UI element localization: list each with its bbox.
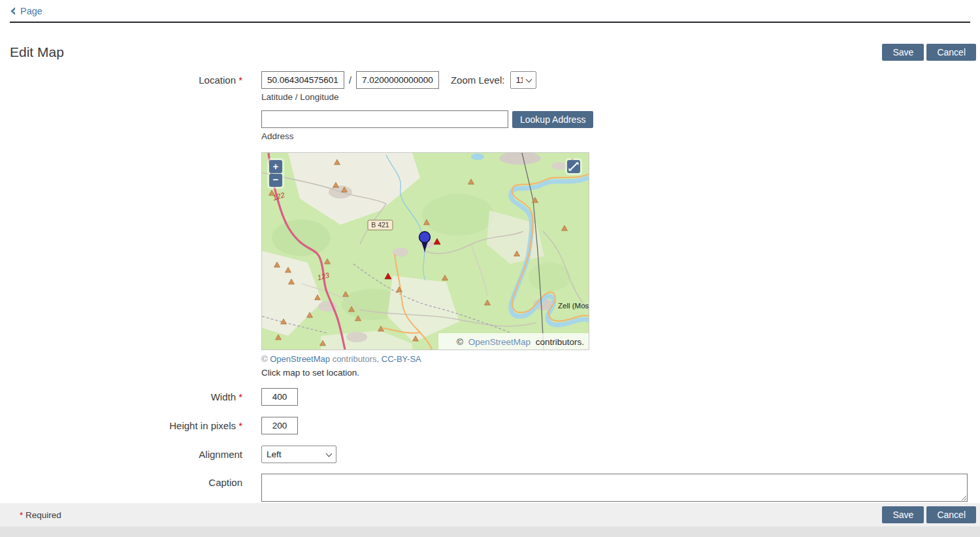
map-block: 122 123 B 421 Zell (Mos	[261, 152, 980, 378]
address-input[interactable]	[261, 110, 508, 128]
svg-text:© OpenStreet: © OpenStreetMap contributors.	[457, 337, 584, 347]
map-expand-button[interactable]	[565, 158, 582, 175]
back-link-label: Page	[20, 6, 42, 16]
map-attribution-overlay: © OpenStreetMap contributors.	[438, 333, 589, 350]
page-title: Edit Map	[10, 44, 64, 60]
map-click-hint: Click map to set location.	[261, 368, 980, 378]
footer-save-button[interactable]: Save	[882, 506, 924, 523]
caption-label: Caption	[10, 474, 261, 491]
map-sub-attribution: © OpenStreetMap contributors, CC-BY-SA	[261, 354, 980, 364]
topbar: Page	[0, 0, 980, 22]
required-note-text: Required	[25, 510, 61, 520]
header: Edit Map Save Cancel	[0, 44, 980, 61]
cc-by-sa-link[interactable]: CC-BY-SA	[382, 354, 421, 364]
cancel-button[interactable]: Cancel	[926, 44, 976, 61]
caption-row: Caption	[10, 474, 980, 504]
address-help: Address	[261, 131, 980, 141]
height-input[interactable]	[261, 417, 298, 434]
svg-text:+: +	[273, 161, 279, 172]
zoom-level-label: Zoom Level:	[451, 74, 505, 86]
width-row: Width *	[10, 388, 980, 406]
zoom-level-select[interactable]: 11	[510, 71, 536, 89]
required-asterisk: *	[20, 510, 23, 520]
osm-link[interactable]: OpenStreetMap	[468, 337, 531, 347]
chevron-left-icon	[10, 7, 16, 15]
alignment-label-text: Alignment	[199, 449, 242, 460]
alignment-select[interactable]: Left	[261, 446, 336, 463]
caption-textarea[interactable]	[261, 474, 968, 502]
alignment-label: Alignment	[10, 446, 261, 463]
page-bottom-strip	[0, 527, 980, 537]
lat-lon-help: Latitude / Longitude	[261, 92, 980, 102]
attribution-suffix: contributors.	[536, 337, 584, 347]
alignment-select-wrap: Left	[261, 446, 336, 463]
required-asterisk: *	[238, 74, 242, 86]
lookup-address-button[interactable]: Lookup Address	[512, 111, 593, 128]
width-label: Width *	[10, 388, 261, 406]
alignment-row: Alignment Left	[10, 446, 980, 463]
width-label-text: Width	[211, 391, 236, 402]
sub-attrib-middle: contributors,	[333, 354, 380, 364]
osm-footer-link[interactable]: OpenStreetMap	[270, 354, 330, 364]
map-canvas: 122 123 B 421 Zell (Mos	[262, 153, 589, 350]
height-label: Height in pixels *	[10, 417, 261, 434]
required-asterisk: *	[238, 420, 242, 431]
required-asterisk: *	[238, 391, 242, 402]
svg-text:B 421: B 421	[371, 221, 389, 229]
height-row: Height in pixels *	[10, 417, 980, 434]
edit-map-form: Location * / Zoom Level: 11 Latitude / L…	[0, 71, 980, 504]
attribution-copyright: ©	[457, 337, 463, 347]
zoom-in-button[interactable]: +	[269, 160, 282, 173]
sub-attrib-copyright: ©	[261, 354, 268, 364]
latitude-input[interactable]	[261, 71, 344, 89]
edit-map-dialog: Page Edit Map Save Cancel Location * / Z…	[0, 0, 980, 537]
topbar-divider	[10, 22, 970, 23]
road-badge-b421: B 421	[368, 220, 393, 230]
width-input[interactable]	[261, 388, 298, 406]
back-to-page-link[interactable]: Page	[10, 6, 42, 16]
required-note: * Required	[20, 510, 61, 520]
map-preview[interactable]: 122 123 B 421 Zell (Mos	[261, 152, 589, 350]
location-label: Location *	[10, 71, 261, 89]
caption-label-text: Caption	[208, 477, 242, 488]
svg-text:−: −	[273, 174, 279, 185]
footer-cancel-button[interactable]: Cancel	[926, 506, 976, 523]
height-label-text: Height in pixels	[169, 420, 236, 431]
longitude-input[interactable]	[356, 71, 439, 89]
zoom-level-select-wrap: 11	[510, 71, 536, 89]
location-row: Location * / Zoom Level: 11 Latitude / L…	[10, 71, 980, 378]
zoom-out-button[interactable]: −	[269, 174, 282, 187]
location-label-text: Location	[199, 74, 236, 86]
lat-lon-separator: /	[349, 75, 351, 86]
footer-bar: * Required Save Cancel	[0, 503, 980, 527]
save-button[interactable]: Save	[882, 44, 924, 61]
map-zoom-controls: + −	[267, 158, 284, 189]
place-label-zell: Zell (Mos	[558, 302, 589, 310]
